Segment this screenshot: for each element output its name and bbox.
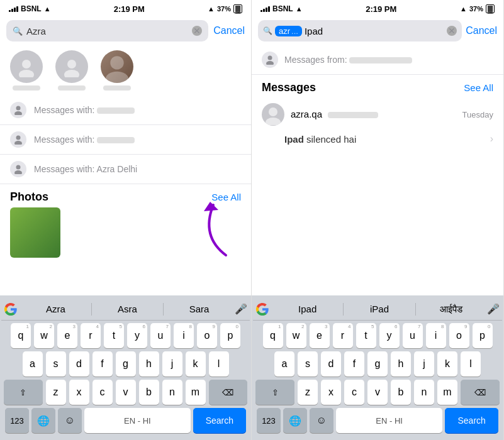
key-x-right[interactable]: x [321,380,341,405]
clear-icon-right[interactable]: ✕ [447,26,457,36]
key-search-left[interactable]: Search [193,408,246,433]
key-u-left[interactable]: 7u [150,323,171,348]
key-i-right[interactable]: 8i [426,323,446,348]
key-j-right[interactable]: j [414,351,434,377]
key-k-right[interactable]: k [437,351,457,377]
key-a-left[interactable]: a [23,351,43,377]
key-z-right[interactable]: z [298,380,318,405]
status-left: BSNL ▲ [9,4,51,13]
key-g-left[interactable]: g [116,351,136,377]
key-shift-left[interactable]: ⇧ [4,380,43,405]
msg-preview-row[interactable]: Ipad silenced hai › [252,131,503,152]
key-p-right[interactable]: 0p [473,323,493,348]
key-x-left[interactable]: x [69,380,89,405]
cancel-button-right[interactable]: Cancel [466,25,497,36]
key-y-right[interactable]: 6y [379,323,400,348]
search-typed-right: Ipad [305,26,444,36]
nav-arrow: ▲ [208,5,215,13]
key-emoji-right[interactable]: ☺ [310,408,333,433]
photos-see-all[interactable]: See All [211,192,241,202]
photo-thumb-1[interactable] [10,207,60,258]
cancel-button-left[interactable]: Cancel [213,25,245,36]
suggest-azra[interactable]: Azra [20,298,91,320]
contact-item-3[interactable] [101,50,133,91]
key-l-left[interactable]: l [209,351,229,377]
carrier-name-right: BSNL [272,4,293,13]
key-c-left[interactable]: c [92,380,113,405]
key-r-right[interactable]: 4r [333,323,353,348]
key-u-right[interactable]: 7u [403,323,423,348]
key-l-right[interactable]: l [461,351,481,377]
key-space-left[interactable]: EN - HI [84,408,191,433]
key-e-right[interactable]: 3e [310,323,330,348]
key-o-left[interactable]: 9o [197,323,217,348]
key-v-right[interactable]: v [367,380,388,405]
suggest-sara[interactable]: Sara [164,298,235,320]
wifi-icon-right: ▲ [296,5,303,13]
key-globe-right[interactable]: 🌐 [283,408,307,433]
key-r-left[interactable]: 4r [81,323,101,348]
messages-see-all[interactable]: See All [464,82,493,93]
contact-item-2[interactable] [55,50,88,91]
key-y-left[interactable]: 6y [127,323,147,348]
key-i-left[interactable]: 8i [174,323,194,348]
key-w-left[interactable]: 2w [34,323,54,348]
mic-icon-right[interactable]: 🎤 [487,303,500,315]
key-backspace-left[interactable]: ⌫ [209,380,248,405]
key-123-right[interactable]: 123 [257,408,281,433]
key-f-right[interactable]: f [344,351,364,377]
clear-icon-left[interactable]: ✕ [192,26,202,36]
mic-icon-left[interactable]: 🎤 [235,303,247,315]
search-input-wrap-right[interactable]: 🔍 azr ... Ipad ✕ [258,20,462,41]
key-g-right[interactable]: g [367,351,388,377]
chevron-right-icon: › [490,133,493,145]
key-o-right[interactable]: 9o [449,323,469,348]
key-h-left[interactable]: h [139,351,159,377]
key-v-left[interactable]: v [116,380,136,405]
key-f-left[interactable]: f [92,351,113,377]
key-b-left[interactable]: b [139,380,159,405]
key-b-right[interactable]: b [391,380,411,405]
key-w-right[interactable]: 2w [286,323,306,348]
key-123-left[interactable]: 123 [5,408,29,433]
key-m-right[interactable]: m [437,380,457,405]
key-search-right[interactable]: Search [445,408,498,433]
contact-item-1[interactable] [10,50,43,91]
key-emoji-left[interactable]: ☺ [58,408,82,433]
from-suggestion-row[interactable]: Messages from: [252,45,503,75]
search-chip[interactable]: azr ... [275,26,302,36]
suggest-ipad2[interactable]: iPad [344,298,415,320]
suggest-asra[interactable]: Asra [92,298,163,320]
key-q-right[interactable]: 1q [263,323,283,348]
key-z-left[interactable]: z [46,380,66,405]
msg-row-2[interactable]: Messages with: [0,125,251,155]
search-input-wrap-left[interactable]: 🔍 Azra ✕ [6,20,208,41]
key-n-left[interactable]: n [162,380,182,405]
key-c-right[interactable]: c [344,380,364,405]
key-n-right[interactable]: n [414,380,434,405]
key-globe-left[interactable]: 🌐 [31,408,55,433]
msg-row-3[interactable]: Messages with: Azra Delhi [0,155,251,184]
key-t-left[interactable]: 5t [104,323,124,348]
key-space-right[interactable]: EN - HI [336,408,442,433]
key-d-left[interactable]: d [69,351,89,377]
key-p-left[interactable]: 0p [220,323,240,348]
key-q-left[interactable]: 1q [11,323,31,348]
key-e-left[interactable]: 3e [57,323,77,348]
key-j-left[interactable]: j [162,351,182,377]
key-s-left[interactable]: s [46,351,66,377]
msg-row-1[interactable]: Messages with: [0,96,251,125]
key-t-right[interactable]: 5t [356,323,376,348]
key-d-right[interactable]: d [321,351,341,377]
suggest-ipad[interactable]: Ipad [272,298,343,320]
key-m-left[interactable]: m [186,380,206,405]
key-k-left[interactable]: k [186,351,206,377]
key-a-right[interactable]: a [274,351,294,377]
key-shift-right[interactable]: ⇧ [255,380,294,405]
key-s-right[interactable]: s [298,351,318,377]
svg-point-6 [16,106,21,111]
status-right-right: ▲ 37% ▓ [460,4,495,13]
key-backspace-right[interactable]: ⌫ [461,380,500,405]
key-h-right[interactable]: h [391,351,411,377]
suggest-hindi[interactable]: आईपैड [416,298,487,320]
